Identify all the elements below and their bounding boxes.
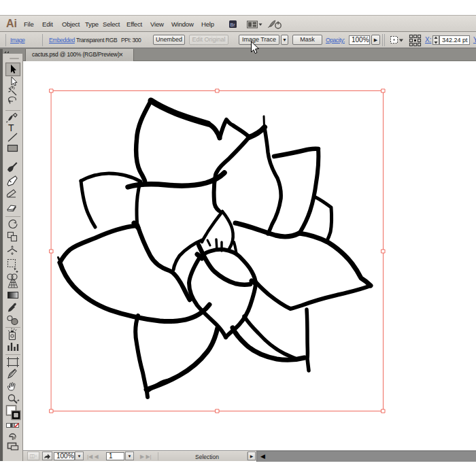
svg-text:X:: X: bbox=[425, 36, 431, 44]
svg-text:Y: Y bbox=[473, 36, 476, 44]
svg-text:342.24 pt: 342.24 pt bbox=[442, 37, 468, 44]
svg-text:Br: Br bbox=[231, 22, 236, 27]
